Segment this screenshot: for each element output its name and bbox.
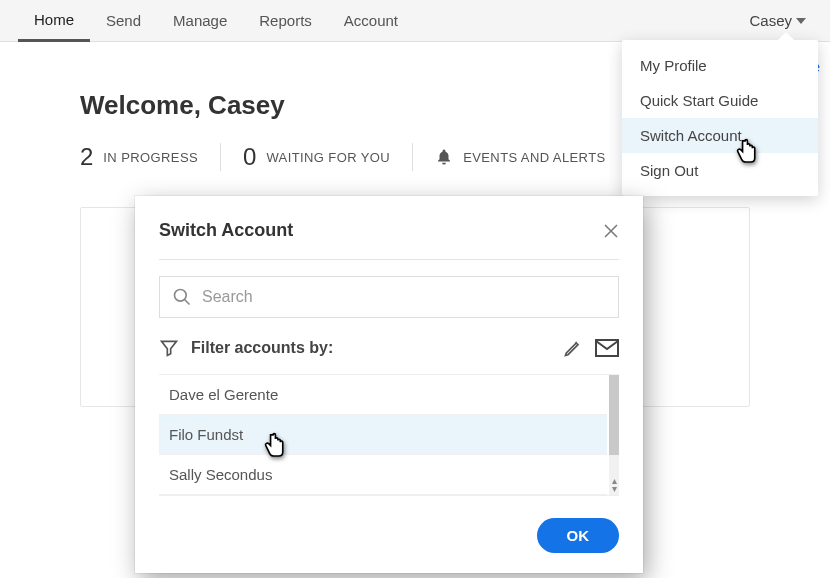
close-icon[interactable] bbox=[603, 223, 619, 239]
user-name: Casey bbox=[749, 12, 792, 29]
account-row[interactable]: Dave el Gerente bbox=[159, 375, 607, 415]
stat-label: WAITING FOR YOU bbox=[266, 150, 390, 165]
ok-button[interactable]: OK bbox=[537, 518, 620, 553]
scroll-caret-icon[interactable]: ▴▾ bbox=[612, 477, 617, 493]
scrollbar-thumb[interactable] bbox=[609, 375, 619, 455]
account-row[interactable]: Sally Secondus bbox=[159, 455, 607, 495]
nav-reports[interactable]: Reports bbox=[243, 0, 328, 42]
stat-in-progress[interactable]: 2 IN PROGRESS bbox=[80, 143, 220, 171]
nav-home[interactable]: Home bbox=[18, 0, 90, 42]
stat-label: IN PROGRESS bbox=[103, 150, 198, 165]
account-list: Dave el GerenteFilo FundstSally Secondus… bbox=[159, 374, 619, 496]
filter-icon[interactable] bbox=[159, 338, 179, 358]
stat-events[interactable]: EVENTS AND ALERTS bbox=[413, 147, 627, 167]
dropdown-item-quick-start-guide[interactable]: Quick Start Guide bbox=[622, 83, 818, 118]
envelope-icon[interactable] bbox=[595, 339, 619, 357]
search-input[interactable] bbox=[202, 288, 606, 306]
filter-label: Filter accounts by: bbox=[191, 339, 333, 357]
svg-line-1 bbox=[185, 300, 190, 305]
dropdown-item-my-profile[interactable]: My Profile bbox=[622, 48, 818, 83]
search-icon bbox=[172, 287, 192, 307]
dropdown-item-switch-account[interactable]: Switch Account bbox=[622, 118, 818, 153]
top-nav: HomeSendManageReportsAccount Casey bbox=[0, 0, 830, 42]
stat-value: 2 bbox=[80, 143, 93, 171]
stat-value: 0 bbox=[243, 143, 256, 171]
bell-icon bbox=[435, 147, 453, 167]
nav-manage[interactable]: Manage bbox=[157, 0, 243, 42]
scrollbar[interactable]: ▴▾ bbox=[609, 375, 619, 495]
nav-account[interactable]: Account bbox=[328, 0, 414, 42]
user-menu-trigger[interactable]: Casey bbox=[749, 12, 812, 29]
user-dropdown: My ProfileQuick Start GuideSwitch Accoun… bbox=[622, 40, 818, 196]
stat-label: EVENTS AND ALERTS bbox=[463, 150, 605, 165]
search-box[interactable] bbox=[159, 276, 619, 318]
svg-point-0 bbox=[175, 290, 187, 302]
stat-waiting[interactable]: 0 WAITING FOR YOU bbox=[221, 143, 412, 171]
switch-account-modal: Switch Account Filter accounts by: Dave … bbox=[135, 196, 643, 573]
pencil-icon[interactable] bbox=[563, 338, 583, 358]
account-row[interactable]: Filo Fundst bbox=[159, 415, 607, 455]
nav-send[interactable]: Send bbox=[90, 0, 157, 42]
caret-down-icon bbox=[796, 18, 806, 24]
modal-title: Switch Account bbox=[159, 220, 293, 241]
dropdown-item-sign-out[interactable]: Sign Out bbox=[622, 153, 818, 188]
